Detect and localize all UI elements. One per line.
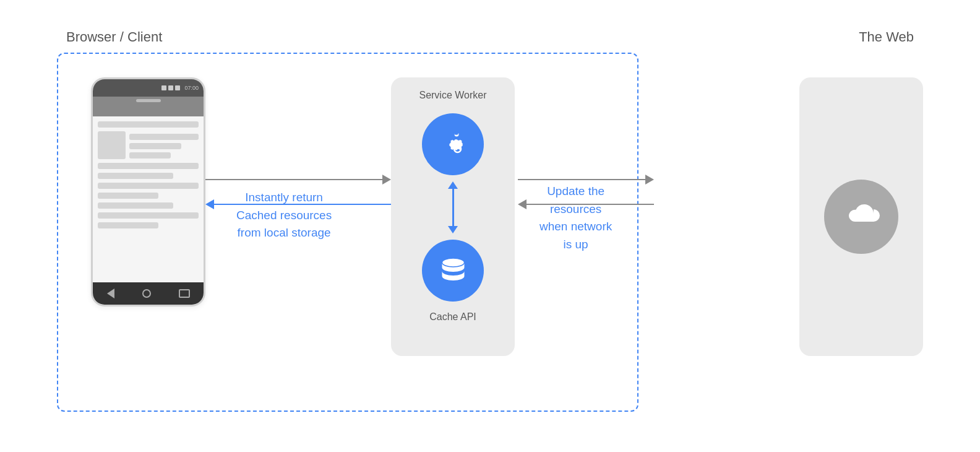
- phone-speaker: [136, 99, 161, 102]
- cached-resources-label: Instantly return Cached resources from l…: [236, 189, 332, 242]
- phone-content-line-4: [98, 183, 199, 189]
- arrow-line-sw-web-right: [518, 179, 645, 181]
- phone-block-image: [98, 131, 126, 159]
- cache-api-circle: [422, 240, 484, 302]
- arrow-head-sw-web: [645, 175, 654, 185]
- cached-line-3: from local storage: [236, 224, 332, 242]
- phone-content-line-8: [98, 222, 158, 228]
- phone-status-icons: 07:00: [161, 85, 199, 91]
- cached-line-2: Cached resources: [236, 207, 332, 225]
- arrow-head-right: [382, 175, 391, 185]
- update-line-3: when network: [539, 218, 612, 236]
- phone-recent-button: [179, 289, 190, 298]
- phone-text-line-1: [129, 134, 199, 140]
- phone-mockup: 07:00: [91, 77, 205, 306]
- arrow-line-right: [205, 179, 382, 181]
- browser-client-label: Browser / Client: [66, 29, 162, 45]
- phone-back-button: [107, 289, 114, 298]
- update-line-4: is up: [539, 236, 612, 254]
- signal-icon: [161, 85, 166, 90]
- phone-content-line-2: [98, 163, 199, 169]
- phone-content-line-1: [98, 121, 199, 128]
- gear-icon: [434, 126, 471, 163]
- web-box: [799, 77, 923, 356]
- service-worker-box: Service Worker: [391, 77, 515, 356]
- phone-status-bar: 07:00: [93, 79, 204, 97]
- database-icon: [436, 254, 470, 288]
- arrow-head-web-sw: [518, 199, 527, 209]
- update-resources-label: Update the resources when network is up: [539, 183, 612, 253]
- phone-home-button: [142, 289, 151, 298]
- v-arrow-up: [448, 181, 458, 189]
- phone-text-line-3: [129, 152, 171, 159]
- phone-content-block-1: [98, 131, 199, 159]
- cached-line-1: Instantly return: [236, 189, 332, 207]
- arrow-head-left-blue: [205, 199, 214, 209]
- update-line-2: resources: [539, 201, 612, 219]
- web-label: The Web: [859, 29, 914, 45]
- phone-content: [93, 116, 204, 282]
- phone-content-line-6: [98, 202, 173, 209]
- cloud-circle: [824, 180, 898, 254]
- arrow-phone-to-sw: [205, 173, 391, 186]
- phone-block-text: [129, 131, 199, 159]
- phone-text-line-2: [129, 143, 181, 149]
- v-arrow-line: [452, 189, 454, 226]
- phone-content-line-5: [98, 193, 158, 199]
- phone-time: 07:00: [184, 85, 199, 91]
- cache-api-label: Cache API: [429, 311, 476, 323]
- vertical-double-arrow: [448, 181, 458, 233]
- wifi-icon: [168, 85, 173, 90]
- service-worker-label: Service Worker: [419, 90, 486, 101]
- cloud-icon: [840, 201, 883, 232]
- phone-content-line-3: [98, 173, 173, 179]
- v-arrow-down: [448, 226, 458, 233]
- battery-icon: [175, 85, 180, 90]
- phone-content-line-7: [98, 212, 199, 219]
- gear-circle: [422, 113, 484, 175]
- update-line-1: Update the: [539, 183, 612, 201]
- phone-nav-bar: [93, 282, 204, 305]
- diagram-container: Browser / Client The Web 07:00: [32, 15, 948, 437]
